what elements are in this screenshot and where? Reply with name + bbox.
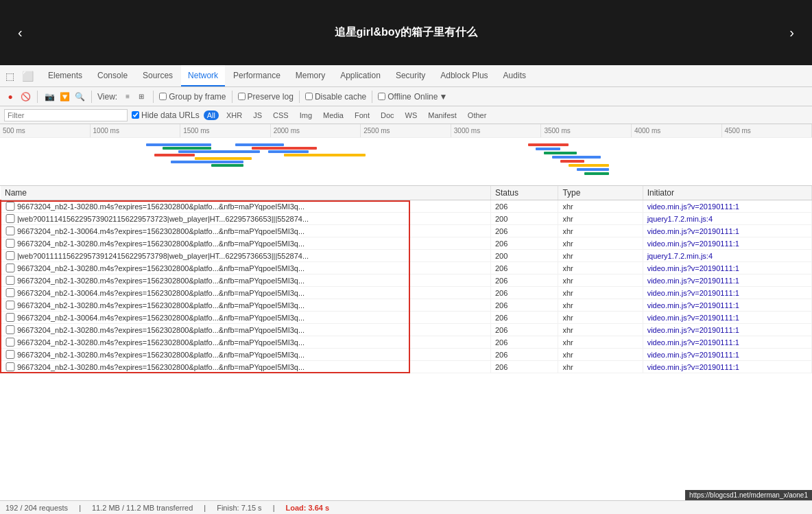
column-header-initiator[interactable]: Initiator bbox=[643, 186, 811, 200]
filter-icon[interactable]: 🔽 bbox=[58, 91, 71, 103]
table-row[interactable]: 96673204_nb2-1-30064.m4s?expires=1562302… bbox=[1, 287, 812, 299]
request-initiator[interactable]: video.min.js?v=20190111:1 bbox=[643, 336, 811, 349]
filter-manifest-button[interactable]: Manifest bbox=[425, 110, 460, 120]
tab-audits[interactable]: Audits bbox=[497, 65, 533, 86]
row-checkbox[interactable] bbox=[5, 325, 15, 334]
row-checkbox[interactable] bbox=[5, 350, 15, 359]
row-checkbox[interactable] bbox=[5, 264, 15, 272]
table-row[interactable]: 96673204_nb2-1-30280.m4s?expires=1562302… bbox=[1, 299, 812, 312]
column-header-name[interactable]: Name bbox=[1, 186, 490, 200]
toolbar-separator-2 bbox=[91, 91, 92, 103]
preserve-log-checkbox[interactable]: Preserve log bbox=[238, 92, 294, 102]
request-initiator[interactable]: video.min.js?v=20190111:1 bbox=[643, 299, 811, 312]
nav-back-button[interactable]: ‹ bbox=[7, 19, 34, 46]
table-row[interactable]: 96673204_nb2-1-30280.m4s?expires=1562302… bbox=[1, 237, 812, 250]
record-button[interactable]: ● bbox=[4, 91, 16, 103]
filter-doc-button[interactable]: Doc bbox=[377, 110, 398, 120]
preserve-log-input[interactable] bbox=[238, 93, 246, 100]
column-header-status[interactable]: Status bbox=[490, 186, 558, 200]
network-timeline[interactable]: 500 ms 1000 ms 1500 ms 2000 ms 2500 ms 3… bbox=[0, 124, 812, 186]
table-row[interactable]: 96673204_nb2-1-30280.m4s?expires=1562302… bbox=[1, 324, 812, 336]
request-initiator[interactable]: video.min.js?v=20190111:1 bbox=[643, 225, 811, 237]
tab-performance[interactable]: Performance bbox=[226, 65, 287, 86]
filter-xhr-button[interactable]: XHR bbox=[223, 110, 246, 120]
request-initiator[interactable]: jquery1.7.2.min.js:4 bbox=[643, 213, 811, 225]
search-button[interactable]: 🔍 bbox=[73, 91, 86, 103]
request-name: 96673204_nb2-1-30280.m4s?expires=1562302… bbox=[17, 240, 304, 248]
clear-button[interactable]: 🚫 bbox=[19, 91, 32, 103]
hide-data-urls-checkbox[interactable]: Hide data URLs bbox=[132, 110, 200, 120]
row-checkbox[interactable] bbox=[5, 362, 15, 371]
requests-table-container[interactable]: Name Status Type Initiator 96673204_nb2-… bbox=[0, 186, 812, 500]
filter-ws-button[interactable]: WS bbox=[402, 110, 421, 120]
filter-css-button[interactable]: CSS bbox=[270, 110, 292, 120]
request-name: 96673204_nb2-1-30280.m4s?expires=1562302… bbox=[17, 277, 304, 285]
offline-checkbox[interactable]: Offline bbox=[378, 92, 411, 102]
disable-cache-checkbox[interactable]: Disable cache bbox=[305, 92, 366, 102]
filter-js-button[interactable]: JS bbox=[250, 110, 265, 120]
group-by-frame-checkbox[interactable]: Group by frame bbox=[159, 92, 226, 102]
request-initiator[interactable]: video.min.js?v=20190111:1 bbox=[643, 324, 811, 336]
nav-forward-button[interactable]: › bbox=[778, 19, 805, 46]
table-row[interactable]: 96673204_nb2-1-30064.m4s?expires=1562302… bbox=[1, 225, 812, 237]
tab-sources[interactable]: Sources bbox=[136, 65, 180, 86]
hide-data-urls-input[interactable] bbox=[132, 111, 139, 119]
table-row[interactable]: 96673204_nb2-1-30280.m4s?expires=1562302… bbox=[1, 200, 812, 213]
tab-adblock[interactable]: Adblock Plus bbox=[433, 65, 494, 86]
cursor-icon[interactable]: ⬚ bbox=[3, 69, 16, 83]
request-initiator[interactable]: video.min.js?v=20190111:1 bbox=[643, 274, 811, 287]
request-type: xhr bbox=[558, 361, 643, 373]
table-row[interactable]: 96673204_nb2-1-30280.m4s?expires=1562302… bbox=[1, 336, 812, 349]
request-initiator[interactable]: video.min.js?v=20190111:1 bbox=[643, 200, 811, 213]
filter-media-button[interactable]: Media bbox=[320, 110, 347, 120]
row-checkbox[interactable] bbox=[5, 338, 15, 347]
column-header-type[interactable]: Type bbox=[558, 186, 643, 200]
table-row[interactable]: 96673204_nb2-1-30280.m4s?expires=1562302… bbox=[1, 361, 812, 373]
row-checkbox[interactable] bbox=[5, 276, 15, 285]
row-checkbox[interactable] bbox=[5, 313, 15, 322]
group-by-frame-input[interactable] bbox=[159, 93, 167, 100]
table-row[interactable]: 96673204_nb2-1-30280.m4s?expires=1562302… bbox=[1, 349, 812, 361]
row-checkbox[interactable] bbox=[5, 251, 15, 260]
request-initiator[interactable]: video.min.js?v=20190111:1 bbox=[643, 312, 811, 324]
tab-network[interactable]: Network bbox=[181, 65, 225, 86]
requests-table: Name Status Type Initiator 96673204_nb2-… bbox=[0, 186, 812, 373]
filter-img-button[interactable]: Img bbox=[296, 110, 315, 120]
grid-view-button[interactable]: ⊞ bbox=[135, 91, 147, 103]
row-checkbox[interactable] bbox=[5, 301, 15, 309]
tab-memory[interactable]: Memory bbox=[289, 65, 332, 86]
table-row[interactable]: 96673204_nb2-1-30280.m4s?expires=1562302… bbox=[1, 274, 812, 287]
request-initiator[interactable]: jquery1.7.2.min.js:4 bbox=[643, 250, 811, 262]
row-checkbox[interactable] bbox=[5, 214, 15, 223]
request-initiator[interactable]: video.min.js?v=20190111:1 bbox=[643, 237, 811, 250]
request-initiator[interactable]: video.min.js?v=20190111:1 bbox=[643, 361, 811, 373]
table-row[interactable]: |web?0011141562295739021156229573723|web… bbox=[1, 213, 812, 225]
tab-elements[interactable]: Elements bbox=[41, 65, 89, 86]
request-initiator[interactable]: video.min.js?v=20190111:1 bbox=[643, 262, 811, 274]
devtools-icons: ⬚ ⬜ bbox=[3, 69, 34, 83]
row-checkbox[interactable] bbox=[5, 226, 15, 235]
request-type: xhr bbox=[558, 312, 643, 324]
request-type: xhr bbox=[558, 225, 643, 237]
table-row[interactable]: |web?0011111562295739124156229573798|web… bbox=[1, 250, 812, 262]
online-dropdown[interactable]: Online ▼ bbox=[414, 92, 448, 102]
tab-console[interactable]: Console bbox=[91, 65, 134, 86]
row-checkbox[interactable] bbox=[5, 239, 15, 248]
filter-all-button[interactable]: All bbox=[204, 110, 219, 120]
responsive-icon[interactable]: ⬜ bbox=[21, 69, 34, 83]
list-view-button[interactable]: ≡ bbox=[121, 91, 134, 103]
offline-input[interactable] bbox=[378, 93, 385, 100]
disable-cache-input[interactable] bbox=[305, 93, 313, 100]
table-row[interactable]: 96673204_nb2-1-30064.m4s?expires=1562302… bbox=[1, 312, 812, 324]
table-row[interactable]: 96673204_nb2-1-30280.m4s?expires=1562302… bbox=[1, 262, 812, 274]
request-initiator[interactable]: video.min.js?v=20190111:1 bbox=[643, 349, 811, 361]
camera-button[interactable]: 📷 bbox=[43, 91, 56, 103]
tab-security[interactable]: Security bbox=[389, 65, 432, 86]
request-initiator[interactable]: video.min.js?v=20190111:1 bbox=[643, 287, 811, 299]
row-checkbox[interactable] bbox=[5, 202, 15, 211]
filter-input[interactable] bbox=[4, 109, 128, 121]
filter-font-button[interactable]: Font bbox=[351, 110, 373, 120]
filter-other-button[interactable]: Other bbox=[464, 110, 490, 120]
tab-application[interactable]: Application bbox=[333, 65, 387, 86]
row-checkbox[interactable] bbox=[5, 288, 15, 297]
